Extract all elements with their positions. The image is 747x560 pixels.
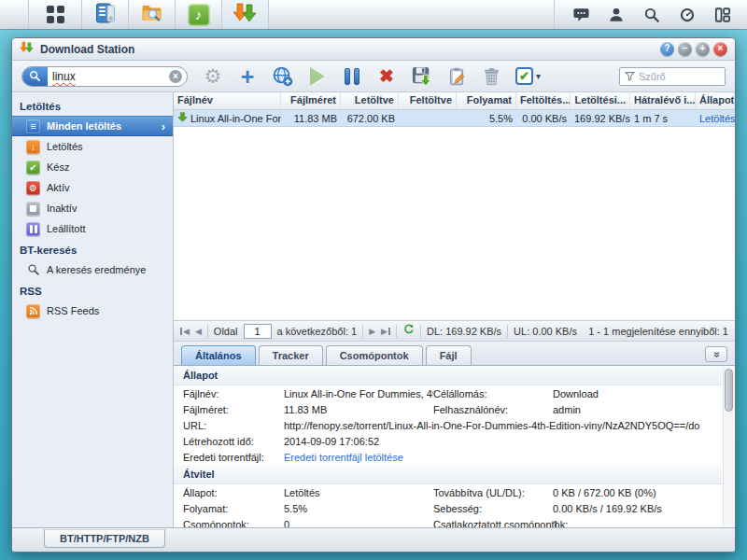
tab-tracker[interactable]: Tracker <box>259 345 323 365</box>
gear-icon: ⚙ <box>204 65 222 88</box>
sidebar-item-inactive[interactable]: Inaktív <box>12 198 173 218</box>
search-input[interactable]: linux × <box>21 66 188 87</box>
maximize-button[interactable]: + <box>696 42 710 56</box>
scrollbar-thumb[interactable] <box>725 369 733 412</box>
chevron-double-down-icon: « <box>712 351 721 357</box>
main-menu-icon <box>47 6 64 23</box>
refresh-button[interactable] <box>402 324 415 338</box>
detail-row-url: URL:http://fenopy.se/torrent/Linux-All-i… <box>174 417 722 433</box>
download-arrow-icon: ↓ <box>26 140 40 154</box>
sidebar-item-completed[interactable]: ✔ Kész <box>12 157 173 177</box>
desktop: ♪ <box>0 0 747 560</box>
detail-tabs: Általános Tracker Csomópontok Fájl « <box>174 341 735 365</box>
download-station-icon <box>20 41 35 58</box>
download-torrent-link[interactable]: Eredeti torrentfájl letöltése <box>284 452 712 463</box>
help-button[interactable]: ? <box>660 42 674 56</box>
add-url-button[interactable] <box>272 65 293 88</box>
prev-page-button[interactable]: ◀ <box>195 327 202 336</box>
col-upload-speed[interactable]: Feltöltés... <box>516 92 571 109</box>
resource-monitor-button[interactable] <box>678 6 697 24</box>
col-filename[interactable]: Fájlnév <box>174 92 281 109</box>
col-uploaded[interactable]: Feltöltve <box>399 92 457 109</box>
check-icon: ✔ <box>26 161 40 175</box>
search-value: linux <box>52 70 76 83</box>
pilot-view-button[interactable] <box>713 6 732 24</box>
sidebar-item-all-downloads[interactable]: ≡ Minden letöltés › <box>12 116 173 136</box>
pause-icon <box>345 68 359 85</box>
settings-button[interactable]: ⚙ <box>203 65 223 88</box>
col-download-speed[interactable]: Letöltési... <box>571 92 630 109</box>
bottom-bar: BT/HTTP/FTP/NZB <box>12 527 735 552</box>
file-station-app-button[interactable] <box>129 0 176 29</box>
collapse-panel-button[interactable]: « <box>705 346 727 362</box>
cell-upload-speed: 0.00 KB/s <box>516 111 571 126</box>
funnel-icon <box>625 68 635 85</box>
col-progress[interactable]: Folyamat <box>457 92 516 109</box>
main-menu-button[interactable] <box>28 0 82 29</box>
chevron-down-icon: ▾ <box>536 71 541 81</box>
sidebar-item-paused[interactable]: Leállított <box>12 218 173 239</box>
clear-search-button[interactable]: × <box>169 70 182 83</box>
cell-progress: 5.5% <box>457 111 516 126</box>
gear-icon: ⚙ <box>26 181 40 195</box>
sidebar-section-bt-search: BT-keresés <box>12 239 173 259</box>
ul-speed: UL: 0.00 KB/s <box>514 326 577 337</box>
page-input[interactable] <box>244 324 272 339</box>
search-icon <box>643 7 660 23</box>
sidebar-item-active[interactable]: ⚙ Aktív <box>12 177 173 198</box>
taskbar-tray <box>554 0 747 29</box>
section-transfer-title: Átvitel <box>174 465 722 484</box>
sidebar-item-search-results[interactable]: A keresés eredménye <box>12 259 173 280</box>
title-bar[interactable]: Download Station ? – + × <box>12 38 735 61</box>
remove-button[interactable]: ✖ <box>376 65 397 88</box>
next-page-button[interactable]: ▶ <box>369 327 375 336</box>
col-filesize[interactable]: Fájlméret <box>281 92 341 109</box>
pager-bar: ◀ ◀ Oldal a következőből: 1 ▶ ▶ DL: 169.… <box>174 320 735 341</box>
toolbar-buttons: ⚙ + ✖ ✔ ▾ <box>203 65 541 88</box>
cell-downloaded: 672.00 KB <box>341 111 399 126</box>
download-station-app-button[interactable] <box>222 0 269 29</box>
sidebar-item-rss-feeds[interactable]: RSS Feeds <box>12 301 173 321</box>
tab-file[interactable]: Fájl <box>426 345 472 365</box>
close-button[interactable]: × <box>713 42 727 56</box>
tab-general[interactable]: Általános <box>181 345 256 365</box>
stop-icon <box>26 202 40 216</box>
add-download-button[interactable]: + <box>237 65 258 88</box>
first-page-button[interactable]: ◀ <box>180 327 190 336</box>
bottom-tab-bt-http-ftp-nzb[interactable]: BT/HTTP/FTP/NZB <box>44 529 165 548</box>
filter-input[interactable] <box>639 71 720 82</box>
table-empty-area <box>174 127 735 320</box>
pause-icon <box>26 222 40 236</box>
save-button[interactable] <box>411 65 432 88</box>
table-row[interactable]: Linux All-in-One For... 11.83 MB 672.00 … <box>174 110 735 127</box>
col-downloaded[interactable]: Letöltve <box>341 92 399 109</box>
sidebar-section-rss: RSS <box>12 280 173 301</box>
col-status[interactable]: Állapot <box>696 92 735 109</box>
detail-scrollbar[interactable] <box>723 367 734 526</box>
control-panel-app-button[interactable] <box>82 0 129 29</box>
notifications-button[interactable] <box>571 6 590 24</box>
detail-row-torrent-file: Eredeti torrentfájl: Eredeti torrentfájl… <box>174 449 722 465</box>
downloading-icon <box>177 112 188 124</box>
chevron-right-icon: › <box>162 119 165 133</box>
dl-speed: DL: 169.92 KB/s <box>427 326 501 337</box>
trash-icon <box>483 66 500 87</box>
tab-peers[interactable]: Csomópontok <box>326 345 423 365</box>
taskbar: ♪ <box>0 0 747 30</box>
col-time-left[interactable]: Hátralévő i... <box>630 92 696 109</box>
minimize-button[interactable]: – <box>678 42 692 56</box>
selection-mode-button[interactable]: ✔ ▾ <box>515 65 541 88</box>
rss-icon <box>26 304 40 318</box>
resume-button[interactable] <box>307 65 328 88</box>
clear-completed-button[interactable] <box>481 65 501 88</box>
search-button[interactable] <box>642 6 661 24</box>
user-button[interactable] <box>607 6 626 24</box>
widgets-icon <box>714 7 731 23</box>
edit-button[interactable] <box>446 65 467 88</box>
pause-button[interactable] <box>342 65 362 88</box>
last-page-button[interactable]: ▶ <box>381 327 390 336</box>
sidebar-item-downloading[interactable]: ↓ Letöltés <box>12 136 173 157</box>
audio-station-app-button[interactable]: ♪ <box>176 0 222 29</box>
cell-filesize: 11.83 MB <box>281 111 341 126</box>
control-panel-icon <box>94 2 117 28</box>
